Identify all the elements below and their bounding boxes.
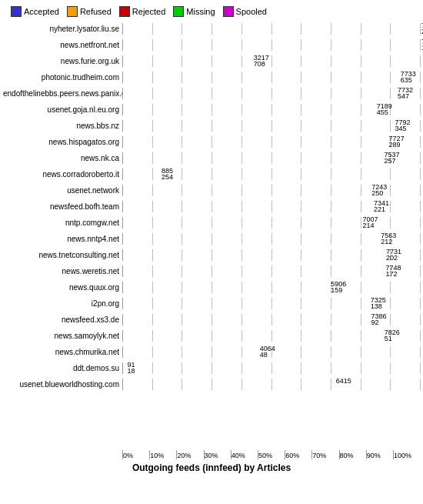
bar-number-2: 221 [374, 207, 389, 213]
table-row: i2pn.org7325138 [3, 296, 420, 311]
grid-line [212, 72, 212, 83]
grid-line [331, 362, 331, 374]
grid-line [122, 39, 123, 51]
grid-line [301, 265, 301, 277]
grid-line [301, 23, 301, 35]
bar-number-2: 138 [371, 304, 386, 310]
bar-numbers: 5906159 [331, 282, 346, 293]
bar-numbers: 6415 [336, 379, 351, 385]
grid-line [301, 282, 301, 293]
grid-line [331, 298, 331, 309]
table-row: news.furie.org.uk3217708 [3, 54, 420, 68]
grid-line [390, 55, 391, 67]
table-row: news.netfront.net76981861 [3, 38, 420, 52]
grid-line [182, 39, 182, 51]
grid-line [390, 379, 391, 390]
x-tick: 90% [366, 450, 393, 459]
legend-color-missing [173, 6, 184, 17]
grid-line [361, 330, 361, 342]
grid-line [271, 169, 272, 180]
bar-wrapper: 7537257 [122, 152, 420, 164]
grid-line [122, 265, 123, 277]
grid-line [241, 265, 242, 277]
grid-line [420, 104, 421, 115]
grid-line [212, 233, 212, 245]
chart-title: Outgoing feeds (innfeed) by Articles [3, 462, 420, 473]
legend-label-refused: Refused [80, 7, 112, 16]
grid-line [271, 72, 272, 83]
grid-line [301, 362, 301, 374]
grid-line [301, 169, 301, 180]
grid-line [152, 233, 153, 245]
grid-line [361, 136, 361, 148]
grid-line [241, 201, 242, 212]
grid-line [331, 346, 331, 358]
grid-line [122, 282, 123, 293]
grid-line [122, 185, 123, 196]
grid-line [122, 249, 123, 261]
grid-line [152, 346, 153, 358]
grid-line [271, 152, 272, 164]
legend-label-missing: Missing [186, 7, 215, 16]
grid-line [420, 72, 421, 83]
grid-line [241, 362, 242, 374]
grid-line [152, 265, 153, 277]
grid-line [331, 265, 331, 277]
grid-line [182, 88, 182, 99]
grid-line [420, 265, 421, 277]
grid-line [152, 249, 153, 261]
bar-wrapper: 738692 [122, 314, 420, 325]
grid-line [271, 120, 272, 132]
grid-line [241, 217, 242, 229]
x-tick: 80% [339, 450, 366, 459]
grid-line [122, 169, 123, 180]
grid-line [182, 201, 182, 212]
grid-line [152, 23, 153, 35]
row-label: usenet.blueworldhosting.com [3, 380, 122, 389]
bar-numbers: 7537257 [385, 152, 400, 164]
grid-line [271, 39, 272, 51]
grid-line [182, 120, 182, 132]
legend-item-missing: Missing [173, 6, 215, 17]
grid-line [182, 330, 182, 342]
grid-line [301, 136, 301, 148]
grid-line [420, 88, 421, 99]
table-row: nyheter.lysator.liu.se77302496 [3, 22, 420, 36]
grid-line [361, 233, 361, 245]
grid-line [420, 298, 421, 309]
grid-line [122, 330, 123, 342]
bar-number-1: 6415 [336, 379, 351, 385]
row-label: news.netfront.net [3, 41, 122, 49]
grid-line [420, 185, 421, 196]
grid-line [241, 136, 242, 148]
grid-line [271, 314, 272, 325]
grid-line [271, 249, 272, 261]
grid-line [331, 136, 331, 148]
table-row: news.chmurika.net406448 [3, 345, 420, 359]
grid-line [241, 72, 242, 83]
bar-numbers: 7325138 [371, 298, 386, 309]
legend-color-accepted [11, 6, 22, 17]
grid-line [241, 185, 242, 196]
table-row: news.hispagatos.org7727289 [3, 135, 420, 149]
grid-line [182, 104, 182, 115]
grid-line [301, 120, 301, 132]
grid-line [182, 362, 182, 374]
x-tick: 30% [204, 450, 231, 459]
grid-line [241, 88, 242, 99]
grid-line [301, 330, 301, 342]
grid-line [331, 23, 331, 35]
bar-wrapper: 77302496 [122, 23, 420, 35]
legend-item-spooled: Spooled [223, 6, 267, 17]
grid-line [331, 39, 331, 51]
grid-line [361, 185, 361, 196]
grid-line [420, 330, 421, 342]
grid-line [182, 282, 182, 293]
x-tick: 10% [149, 450, 176, 459]
table-row: usenet.goja.nl.eu.org7189455 [3, 102, 420, 117]
grid-line [182, 55, 182, 67]
row-label: nntp.comgw.net [3, 219, 122, 227]
grid-line [152, 55, 153, 67]
grid-line [301, 346, 301, 358]
grid-line [361, 217, 361, 229]
